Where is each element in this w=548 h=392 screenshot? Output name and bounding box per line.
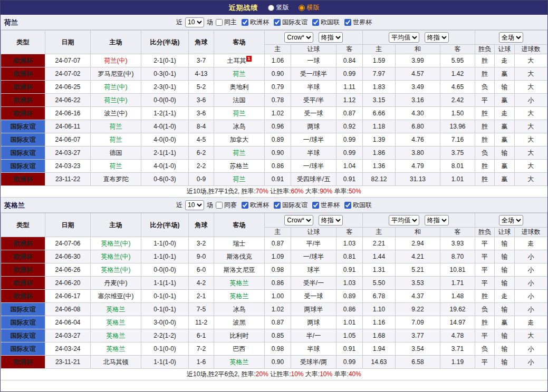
home-team-link[interactable]: 罗马尼亚(中) (98, 70, 134, 77)
odds-stage-select[interactable]: 终指 (319, 32, 343, 43)
home-team-link[interactable]: 荷兰(中) (104, 57, 128, 64)
avg-home-odds: 1.10 (363, 303, 396, 316)
competition-filter[interactable]: 欧洲杯 (242, 201, 269, 210)
away-team-link[interactable]: 荷兰 (233, 149, 246, 156)
away-team-link[interactable]: 冰岛 (233, 123, 246, 130)
competition-checkbox[interactable] (344, 202, 351, 209)
home-team-link[interactable]: 英格兰(中) (101, 240, 131, 247)
bookmaker-select[interactable]: Crow* (284, 32, 313, 43)
scope-select[interactable]: 全场 (499, 215, 523, 226)
result-handicap: 输 (495, 81, 515, 94)
competition-filter[interactable]: 欧洲杯 (242, 18, 269, 27)
scope-select[interactable]: 全场 (499, 32, 523, 43)
corner-count: 3-6 (189, 94, 214, 107)
same-home-checkbox[interactable] (216, 19, 223, 26)
away-team-link[interactable]: 斯洛伐克 (227, 253, 252, 260)
match-date: 24-03-23 (45, 160, 91, 173)
away-team-cell: 冰岛 (214, 120, 265, 133)
away-team-cell: 荷兰 (214, 107, 265, 120)
competition-filter[interactable]: 世界杯 (344, 18, 372, 27)
result-outcome: 负 (475, 146, 495, 160)
team-name: 英格兰 (4, 198, 25, 213)
result-goals: 大 (515, 67, 547, 81)
home-team-link[interactable]: 荷兰 (110, 123, 122, 130)
layout-option-horizontal[interactable]: 横版 (299, 3, 320, 12)
away-team-link[interactable]: 英格兰 (230, 279, 249, 287)
away-team-link[interactable]: 荷兰 (233, 70, 246, 77)
horizontal-radio[interactable] (299, 5, 305, 11)
match-count-select[interactable]: 10 (185, 17, 204, 27)
away-team-link[interactable]: 英格兰 (230, 292, 249, 300)
competition-checkbox[interactable] (312, 19, 319, 26)
competition-filter[interactable]: 国际友谊 (274, 201, 307, 210)
match-date: 24-07-07 (45, 54, 91, 67)
home-team-link[interactable]: 丹麦(中) (104, 279, 128, 287)
home-team-link[interactable]: 英格兰 (107, 319, 126, 326)
home-team-link[interactable]: 德国 (110, 149, 122, 156)
match-count-select[interactable]: 10 (185, 200, 204, 210)
home-team-link[interactable]: 英格兰 (107, 332, 126, 339)
away-team-link[interactable]: 荷兰 (233, 175, 246, 183)
away-team-link[interactable]: 法国 (233, 96, 246, 104)
home-team-link[interactable]: 荷兰(中) (104, 83, 128, 91)
average-stage-select[interactable]: 终指 (425, 32, 449, 43)
away-team-link[interactable]: 瑞士 (233, 240, 246, 247)
handicap-line: 半球 (291, 81, 337, 94)
competition-checkbox[interactable] (312, 202, 319, 209)
away-team-link[interactable]: 苏格兰 (230, 162, 249, 170)
home-team-cell: 直布罗陀 (91, 173, 141, 186)
competition-checkbox[interactable] (242, 202, 248, 209)
home-team-link[interactable]: 英格兰 (107, 306, 126, 313)
competition-checkbox[interactable] (242, 19, 248, 26)
competition-filter[interactable]: 欧国联 (312, 18, 340, 27)
away-team-link[interactable]: 冰岛 (233, 306, 246, 313)
away-team-link[interactable]: 土耳其1 (227, 57, 251, 64)
same-competition-filter[interactable]: 同赛 (216, 201, 237, 210)
competition-checkbox[interactable] (274, 19, 281, 26)
average-select[interactable]: 平均值 (389, 32, 419, 43)
sub-outcome: 胜负 (475, 45, 495, 54)
away-team-link[interactable]: 奥地利 (230, 83, 249, 91)
avg-away-odds: 1.42 (440, 67, 475, 81)
away-team-link[interactable]: 加拿大 (230, 136, 249, 143)
away-team-link[interactable]: 波黑 (233, 319, 246, 326)
handicap-home-odds: 0.90 (265, 146, 291, 160)
competition-checkbox[interactable] (344, 19, 351, 26)
away-team-cell: 英格兰 (214, 277, 265, 290)
competition-filter[interactable]: 国际友谊 (274, 18, 307, 27)
home-team-link[interactable]: 荷兰 (110, 136, 122, 143)
home-team-link[interactable]: 英格兰(中) (101, 253, 131, 260)
vertical-radio[interactable] (268, 5, 274, 11)
average-select[interactable]: 平均值 (389, 215, 419, 226)
away-team-link[interactable]: 斯洛文尼亚 (224, 266, 255, 273)
result-handicap: 赢 (495, 173, 515, 186)
away-team-link[interactable]: 荷兰 (233, 110, 246, 117)
result-goals: 大 (515, 54, 547, 67)
away-team-link[interactable]: 英格兰 (230, 358, 249, 366)
match-score: 0-1(0-1) (141, 290, 189, 303)
match-score: 0-1(0-0) (141, 342, 189, 356)
home-team-link[interactable]: 北马其顿 (103, 358, 129, 366)
bookmaker-select[interactable]: Crow* (284, 215, 313, 226)
avg-home-odds: 1.36 (363, 160, 396, 173)
corner-count: 7-2 (189, 342, 214, 356)
home-team-link[interactable]: 英格兰 (107, 345, 126, 352)
home-team-link[interactable]: 直布罗陀 (103, 175, 129, 183)
same-home-filter[interactable]: 同主 (216, 18, 237, 27)
competition-filter[interactable]: 欧国联 (344, 201, 372, 210)
competition-checkbox[interactable] (274, 202, 281, 209)
odds-stage-select[interactable]: 终指 (319, 215, 343, 226)
home-team-link[interactable]: 荷兰(中) (104, 96, 128, 104)
home-team-link[interactable]: 荷兰 (110, 162, 122, 170)
layout-option-vertical[interactable]: 竖版 (268, 3, 289, 12)
away-team-link[interactable]: 比利时 (230, 332, 249, 339)
home-team-link[interactable]: 英格兰(中) (101, 266, 131, 273)
average-stage-select[interactable]: 终指 (425, 215, 449, 226)
match-row: 国际友谊24-03-27英格兰2-2(1-2)6-1比利时0.85半/一1.05… (1, 329, 547, 342)
home-team-link[interactable]: 波兰(中) (104, 110, 128, 117)
same-competition-checkbox[interactable] (216, 202, 223, 209)
competition-filter[interactable]: 世界杯 (312, 201, 340, 210)
home-team-cell: 英格兰(中) (91, 263, 141, 277)
home-team-link[interactable]: 塞尔维亚(中) (98, 292, 134, 300)
away-team-link[interactable]: 巴西 (233, 345, 246, 352)
